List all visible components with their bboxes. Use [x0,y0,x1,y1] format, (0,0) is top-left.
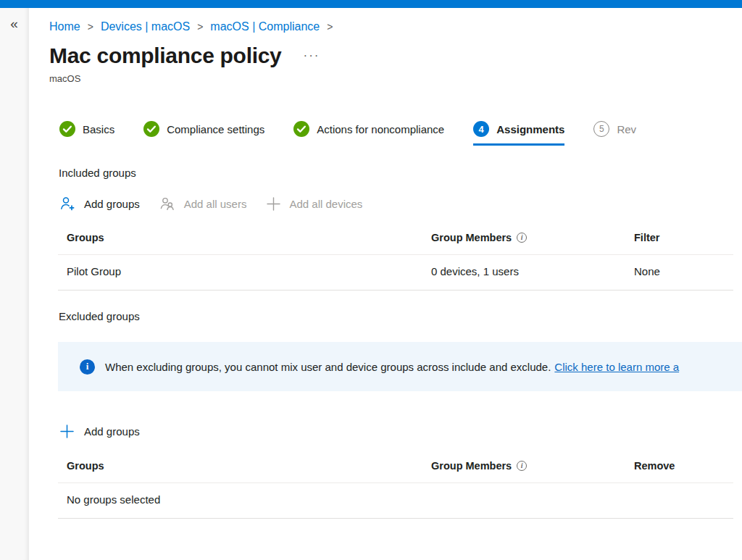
tab-label: Compliance settings [167,123,264,135]
column-header-groups: Groups [58,460,431,472]
empty-message: No groups selected [58,493,431,506]
step-complete-icon [143,121,159,137]
add-all-users-button[interactable]: Add all users [159,196,247,212]
step-number-icon: 5 [593,121,609,137]
banner-text: When excluding groups, you cannot mix us… [105,361,551,373]
page-subtitle: macOS [49,73,742,84]
empty-table-row: No groups selected [58,483,733,519]
tab-assignments[interactable]: 4 Assignments [473,121,564,146]
column-header-group-members: Group Members i [431,232,634,243]
azure-top-bar [0,0,742,8]
main-content: Home > Devices | macOS > macOS | Complia… [29,8,742,560]
wizard-steps: Basics Compliance settings Actions for n… [59,121,742,146]
tab-basics[interactable]: Basics [59,121,114,146]
tab-review-create[interactable]: 5 Rev [593,121,636,146]
tab-actions-for-noncompliance[interactable]: Actions for noncompliance [293,121,444,146]
column-header-group-members: Group Members i [431,460,634,472]
excluded-groups-table: Groups Group Members i Remove No groups … [58,459,733,519]
add-all-devices-label: Add all devices [289,198,362,210]
sidebar-collapse-icon[interactable]: « [6,15,23,33]
info-banner: i When excluding groups, you cannot mix … [58,342,742,391]
person-add-icon [59,196,76,212]
add-groups-label: Add groups [84,198,140,210]
info-filled-icon: i [80,359,95,375]
column-header-filter: Filter [634,232,733,243]
breadcrumb-home[interactable]: Home [49,20,80,33]
group-members-cell: 0 devices, 1 users [431,265,634,277]
plus-icon [59,424,75,439]
column-header-remove: Remove [634,460,733,472]
column-header-label: Group Members [431,460,512,472]
tab-label: Actions for noncompliance [317,123,444,135]
info-icon[interactable]: i [517,461,527,471]
included-groups-toolbar: Add groups Add all users Add all devices [59,196,742,212]
step-complete-icon [59,121,75,137]
excluded-add-groups-button[interactable]: Add groups [59,424,140,439]
more-options-icon[interactable]: ··· [303,52,320,59]
included-groups-heading: Included groups [59,167,742,179]
tab-label: Basics [83,123,114,135]
add-groups-label: Add groups [84,425,140,438]
included-groups-table: Groups Group Members i Filter Pilot Grou… [58,230,733,291]
breadcrumb-devices-macos[interactable]: Devices | macOS [101,20,190,33]
breadcrumb-separator: > [88,21,93,33]
people-icon [159,196,176,212]
add-all-users-label: Add all users [184,198,247,210]
breadcrumb-separator: > [197,21,203,33]
table-row[interactable]: Pilot Group 0 devices, 1 users None [58,255,733,291]
page-title: Mac compliance policy [49,43,281,68]
table-header-row: Groups Group Members i Remove [58,459,733,483]
column-header-label: Group Members [431,232,512,243]
filter-cell[interactable]: None [634,265,733,277]
tab-compliance-settings[interactable]: Compliance settings [143,121,264,146]
add-all-devices-button[interactable]: Add all devices [266,196,362,212]
tab-label: Rev [617,123,636,135]
breadcrumb: Home > Devices | macOS > macOS | Complia… [49,20,742,33]
breadcrumb-separator: > [327,21,333,33]
breadcrumb-macos-compliance[interactable]: macOS | Compliance [210,20,320,33]
group-name-cell[interactable]: Pilot Group [58,265,431,277]
add-groups-button[interactable]: Add groups [59,196,140,212]
table-header-row: Groups Group Members i Filter [58,230,733,255]
step-complete-icon [293,121,309,137]
tab-label: Assignments [496,123,564,135]
info-icon[interactable]: i [517,233,527,243]
step-number-icon: 4 [473,121,489,137]
excluded-groups-heading: Excluded groups [59,310,742,322]
collapsed-sidebar: « [0,8,29,560]
learn-more-link[interactable]: Click here to learn more a [554,361,679,373]
plus-icon [266,196,281,212]
column-header-groups: Groups [58,232,431,243]
title-row: Mac compliance policy ··· [49,43,742,68]
